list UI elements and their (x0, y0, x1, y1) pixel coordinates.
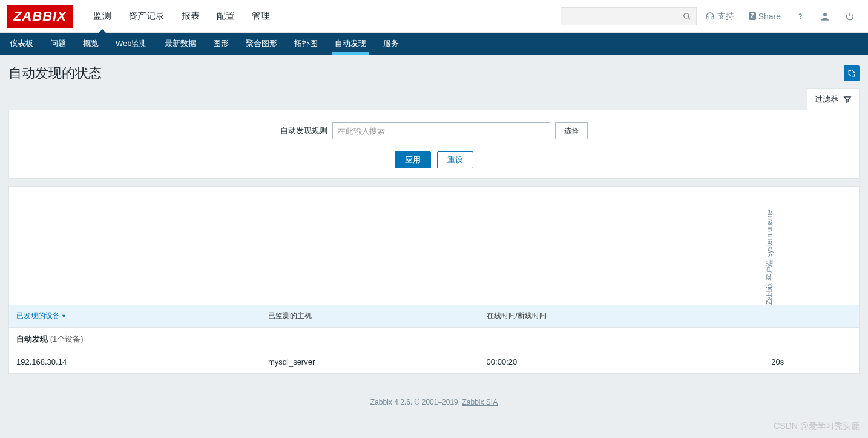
svg-line-1 (688, 17, 690, 19)
search-icon (683, 12, 691, 21)
svg-point-2 (800, 18, 801, 19)
top-nav-config[interactable]: 配置 (208, 0, 243, 32)
footer-link[interactable]: Zabbix SIA (462, 398, 498, 406)
share-label: Share (758, 12, 781, 21)
group-label: 自动发现 (16, 334, 48, 343)
global-search (561, 7, 697, 25)
sub-nav-screens[interactable]: 聚合图形 (237, 33, 286, 55)
top-nav-items: 监测 资产记录 报表 配置 管理 (85, 0, 278, 32)
sort-down-icon: ▼ (61, 313, 67, 319)
filter-rule-label: 自动发现规则 (280, 125, 327, 136)
filter-rule-input[interactable] (332, 122, 550, 139)
page-title: 自动发现的状态 (8, 64, 102, 82)
col-check (764, 305, 859, 328)
support-link[interactable]: 支持 (699, 11, 740, 22)
fullscreen-button[interactable] (844, 65, 860, 81)
table-row: 192.168.30.14 mysql_server 00:00:20 20s (9, 351, 859, 373)
group-count: (1个设备) (50, 334, 84, 343)
col-device[interactable]: 已发现的设备▼ (9, 305, 261, 328)
discovery-table: Zabbix 客户端 system.uname 已发现的设备▼ 已监测的主机 在… (9, 187, 859, 373)
reset-button[interactable]: 重设 (437, 151, 473, 168)
support-label: 支持 (717, 11, 734, 22)
fullscreen-icon (847, 69, 856, 78)
person-icon (820, 11, 830, 22)
sub-nav-graphs[interactable]: 图形 (205, 33, 237, 55)
search-button[interactable] (678, 8, 696, 25)
top-nav-inventory[interactable]: 资产记录 (120, 0, 173, 32)
cell-device: 192.168.30.14 (9, 351, 261, 373)
top-right: 支持 Z Share (561, 7, 861, 25)
data-area: Zabbix 客户端 system.uname 已发现的设备▼ 已监测的主机 在… (8, 186, 860, 374)
top-nav-reports[interactable]: 报表 (173, 0, 208, 32)
page-header: 自动发现的状态 (0, 55, 868, 88)
sub-nav-discovery[interactable]: 自动发现 (326, 33, 375, 55)
top-nav-admin[interactable]: 管理 (243, 0, 278, 32)
filter-icon (843, 95, 852, 104)
footer: Zabbix 4.2.6. © 2001–2019, Zabbix SIA (0, 374, 868, 419)
sub-nav-overview[interactable]: 概览 (74, 33, 107, 55)
check-column-header: Zabbix 客户端 system.uname (764, 210, 775, 305)
logo[interactable]: ZABBIX (7, 5, 73, 28)
col-uptime[interactable]: 在线时间/断线时间 (479, 305, 764, 328)
cell-host: mysql_server (261, 351, 479, 373)
power-icon (845, 12, 855, 21)
logout-button[interactable] (839, 12, 861, 21)
question-icon (795, 12, 805, 21)
user-button[interactable] (814, 11, 837, 22)
top-nav-monitoring[interactable]: 监测 (85, 0, 120, 32)
sub-nav-services[interactable]: 服务 (375, 33, 407, 55)
search-input[interactable] (561, 12, 678, 21)
sub-nav-latest[interactable]: 最新数据 (156, 33, 205, 55)
filter-buttons: 应用 重设 (9, 151, 859, 168)
svg-point-0 (683, 13, 688, 18)
group-row: 自动发现 (1个设备) (9, 328, 859, 351)
rotated-header-row: Zabbix 客户端 system.uname (9, 187, 859, 305)
filter-row: 自动发现规则 选择 (9, 122, 859, 139)
share-badge-icon: Z (749, 12, 756, 20)
select-button[interactable]: 选择 (555, 122, 588, 139)
cell-check: 20s (764, 351, 859, 373)
sub-nav: 仪表板 问题 概览 Web监测 最新数据 图形 聚合图形 拓扑图 自动发现 服务 (0, 33, 868, 55)
share-link[interactable]: Z Share (743, 12, 787, 21)
sub-nav-dashboard[interactable]: 仪表板 (1, 33, 42, 55)
sub-nav-web[interactable]: Web监测 (107, 33, 156, 55)
footer-text: Zabbix 4.2.6. © 2001–2019, (370, 398, 462, 406)
col-host[interactable]: 已监测的主机 (261, 305, 479, 328)
filter-tab[interactable]: 过滤器 (807, 88, 860, 110)
filter-tab-label: 过滤器 (815, 94, 838, 105)
filter-panel: 自动发现规则 选择 应用 重设 (8, 110, 860, 179)
sub-nav-problems[interactable]: 问题 (42, 33, 74, 55)
svg-point-3 (823, 13, 827, 16)
top-nav: ZABBIX 监测 资产记录 报表 配置 管理 支持 Z Share (0, 0, 868, 33)
sub-nav-maps[interactable]: 拓扑图 (286, 33, 326, 55)
filter-bar: 过滤器 (0, 88, 868, 110)
column-header-row: 已发现的设备▼ 已监测的主机 在线时间/断线时间 (9, 305, 859, 328)
headset-icon (705, 12, 715, 21)
help-button[interactable] (789, 12, 811, 21)
cell-uptime: 00:00:20 (479, 351, 764, 373)
apply-button[interactable]: 应用 (395, 151, 431, 168)
